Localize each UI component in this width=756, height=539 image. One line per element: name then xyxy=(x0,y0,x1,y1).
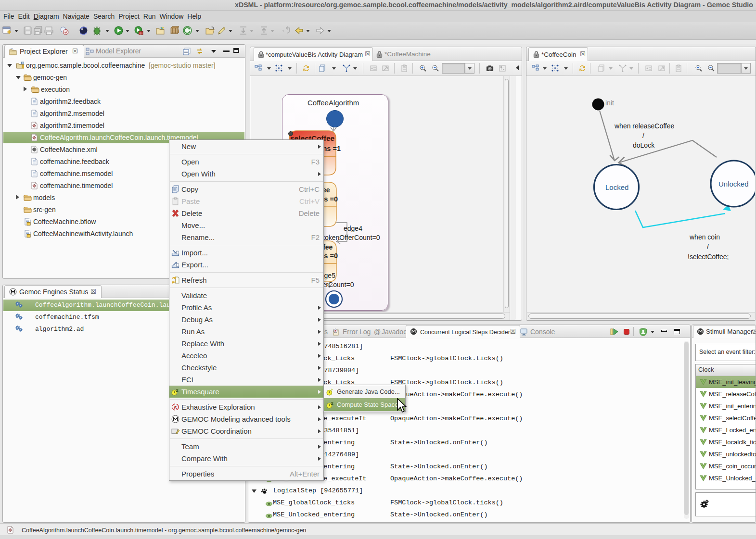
svg-text:2: 2 xyxy=(331,401,333,406)
svg-text:S: S xyxy=(174,405,177,410)
svg-text:2: 2 xyxy=(176,388,179,393)
